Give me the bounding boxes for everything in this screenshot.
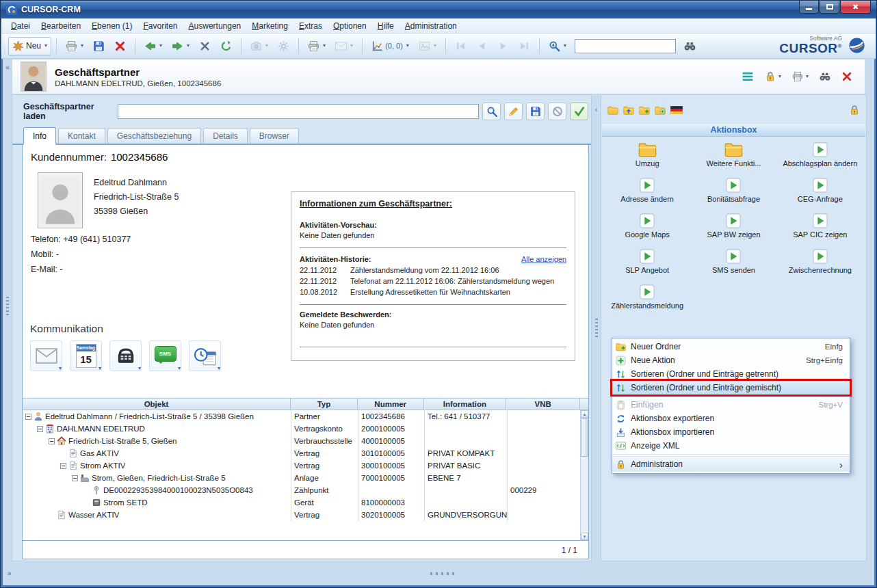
collapse-right-icon[interactable]: ‹ — [595, 107, 597, 113]
aktionsbox-item-weitere-funkti[interactable]: Weitere Funkti... — [690, 142, 776, 168]
calendar-button[interactable]: Samstag15▾ — [70, 340, 102, 371]
menu-item-datei[interactable]: Datei — [5, 20, 36, 32]
edit-button[interactable] — [504, 103, 523, 120]
delete-button[interactable] — [110, 37, 130, 55]
context-menu-item-anzeige-xml[interactable]: Anzeige XML — [612, 439, 850, 453]
nav-prev-button[interactable] — [472, 37, 492, 55]
collapse-toggle-icon[interactable] — [49, 438, 55, 444]
menu-item-auswertungen[interactable]: Auswertungen — [183, 20, 247, 32]
tab-details[interactable]: Details — [203, 128, 248, 144]
tab-kontakt[interactable]: Kontakt — [58, 128, 105, 144]
rp-new-folder-button[interactable] — [639, 106, 650, 115]
nav-last-button[interactable] — [514, 37, 534, 55]
back-button[interactable]: ▾ — [140, 37, 166, 55]
save-record-button[interactable] — [526, 103, 545, 120]
save-button[interactable] — [89, 37, 109, 55]
rp-lock-button[interactable] — [849, 105, 860, 116]
table-row[interactable]: Wasser AKTIVVertrag3020100005GRUNDVERSOR… — [23, 509, 588, 521]
panel-menu-button[interactable] — [742, 70, 754, 83]
menu-item-hilfe[interactable]: Hilfe — [372, 20, 400, 32]
lock-button[interactable]: ▾ — [765, 71, 781, 82]
menu-item-favoriten[interactable]: Favoriten — [138, 20, 183, 32]
menu-item-optionen[interactable]: Optionen — [328, 20, 372, 32]
table-row[interactable]: Strom AKTIVVertrag3000100005PRIVAT BASIC — [23, 459, 588, 472]
sms-button[interactable]: SMS▾ — [149, 340, 181, 371]
aktionsbox-item-google-maps[interactable]: Google Maps — [604, 213, 690, 239]
forward-button[interactable]: ▾ — [168, 37, 194, 55]
tab-geschaeftsbeziehung[interactable]: Geschäftsbeziehung — [107, 128, 201, 144]
column-header-objekt[interactable]: Objekt — [23, 398, 291, 410]
tab-info[interactable]: Info — [23, 127, 56, 145]
collapse-toggle-icon[interactable] — [25, 414, 31, 420]
aktionsbox-item-bonitaetsabfrage[interactable]: Bonitätsabfrage — [690, 178, 776, 203]
rp-folder-button[interactable] — [607, 106, 618, 115]
vertical-splitter[interactable]: ‹ — [592, 94, 601, 561]
close-view-button[interactable] — [841, 71, 852, 82]
table-row[interactable]: Strom SETDGerät8100000003 — [23, 496, 588, 509]
context-menu-item-aktionsbox-importieren[interactable]: Aktionsbox importieren — [612, 425, 850, 439]
nav-first-button[interactable] — [451, 37, 471, 55]
find-button[interactable] — [680, 37, 700, 55]
menu-item-administration[interactable]: Administration — [400, 20, 462, 32]
context-menu-item-neue-aktion[interactable]: Neue AktionStrg+Einfg — [612, 353, 850, 367]
refresh-button[interactable] — [216, 37, 236, 55]
aktionsbox-item-zwischenrechnung[interactable]: Zwischenrechnung — [777, 249, 863, 274]
maximize-button[interactable] — [820, 1, 839, 14]
column-header-vnb[interactable]: VNB — [506, 398, 580, 410]
aktionsbox-item-ceg-anfrage[interactable]: CEG-Anfrage — [777, 178, 863, 203]
aktionsbox-item-adresse-aendern[interactable]: Adresse ändern — [604, 178, 690, 203]
scroll-down-icon[interactable]: ▼ — [581, 533, 588, 540]
context-menu-item-einfuegen[interactable]: EinfügenStrg+V — [612, 398, 850, 412]
context-menu-item-neuer-ordner[interactable]: Neuer OrdnerEinfg — [612, 340, 850, 353]
new-button[interactable]: Neu▾ — [8, 37, 51, 55]
aktionsbox-item-zaehlerstandsmeldung[interactable]: Zählerstandsmeldung — [604, 284, 690, 310]
splitter-grip[interactable] — [6, 297, 9, 317]
aktionsbox-item-slp-angebot[interactable]: SLP Angebot — [604, 249, 690, 274]
alle-anzeigen-link[interactable]: Alle anzeigen — [521, 255, 566, 263]
minimize-button[interactable] — [799, 1, 819, 14]
collapse-toggle-icon[interactable] — [72, 475, 78, 481]
confirm-button[interactable] — [570, 103, 588, 120]
table-row[interactable]: Strom, Gießen, Friedrich-List-Straße 5An… — [23, 472, 588, 484]
table-row[interactable]: Friedrich-List-Straße 5, GießenVerbrauch… — [23, 435, 588, 447]
snapshot-button[interactable]: ▾ — [246, 37, 272, 55]
settings-button[interactable] — [274, 37, 293, 55]
table-scrollbar[interactable]: ▲ ▼ — [580, 410, 588, 540]
nav-next-button[interactable] — [493, 37, 513, 55]
image-button[interactable]: ▾ — [415, 37, 441, 55]
collapse-bottom-icon[interactable]: » — [8, 570, 12, 577]
mail-button[interactable]: ▾ — [331, 37, 357, 55]
discard-button[interactable] — [548, 103, 566, 120]
header-print-button[interactable]: ▾ — [792, 71, 809, 82]
collapse-left-icon[interactable]: « — [5, 64, 10, 71]
splitter-grip[interactable] — [430, 572, 455, 575]
load-search-button[interactable] — [482, 103, 501, 120]
context-menu-item-sortieren-ordner-und-eintraege-getrennt[interactable]: Sortieren (Ordner und Einträge getrennt) — [612, 367, 850, 381]
print-button[interactable]: ▾ — [62, 37, 88, 55]
column-header-nummer[interactable]: Nummer — [358, 398, 424, 410]
rp-new-action-button[interactable] — [655, 106, 666, 115]
rp-language-button[interactable] — [670, 106, 683, 114]
aktionsbox-item-sms-senden[interactable]: SMS senden — [690, 249, 776, 274]
collapse-toggle-icon[interactable] — [37, 426, 43, 432]
context-menu-item-aktionsbox-exportieren[interactable]: Aktionsbox exportieren — [612, 412, 850, 425]
table-row[interactable]: DAHLMANN EDELTRUDVertragskonto2000100005 — [23, 423, 588, 435]
column-header-typ[interactable]: Typ — [291, 398, 358, 410]
menu-item-extras[interactable]: Extras — [293, 20, 328, 32]
context-menu-item-sortieren-ordner-und-eintraege-gemischt[interactable]: Sortieren (Ordner und Einträge gemischt) — [612, 381, 850, 395]
tab-browser[interactable]: Browser — [250, 128, 299, 144]
appointment-button[interactable]: ▾ — [189, 340, 221, 371]
table-row[interactable]: DE000229353984000100023N5035O0843Zählpun… — [23, 484, 588, 496]
partner-search-input[interactable] — [118, 104, 479, 119]
menu-item-bearbeiten[interactable]: Bearbeiten — [36, 20, 86, 32]
bottom-splitter[interactable]: » — [3, 561, 874, 586]
table-row[interactable]: Edeltrud Dahlmann / Friedrich-List-Straß… — [23, 410, 588, 423]
quick-search-input[interactable] — [575, 39, 676, 53]
aktionsbox-item-sap-bw-zeigen[interactable]: SAP BW zeigen — [690, 213, 776, 239]
table-row[interactable]: Gas AKTIVVertrag3010100005PRIVAT KOMPAKT — [23, 447, 588, 459]
cancel-button[interactable] — [195, 37, 215, 55]
print-list-button[interactable]: ▾ — [304, 37, 330, 55]
header-find-button[interactable] — [820, 71, 830, 82]
record-counter[interactable]: (0, 0)▾ — [367, 37, 413, 55]
aktionsbox-item-abschlagsplan-aendern[interactable]: Abschlagsplan ändern — [777, 142, 863, 168]
